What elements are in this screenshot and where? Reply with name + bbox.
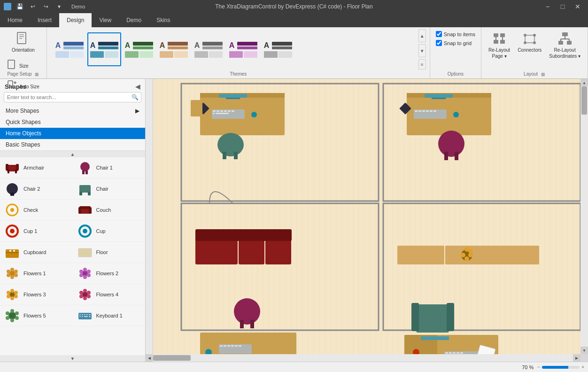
- svg-point-37: [7, 183, 18, 194]
- svg-rect-131: [195, 239, 238, 264]
- snap-to-grid-check[interactable]: Snap to grid: [436, 40, 475, 46]
- tab-home[interactable]: Home: [0, 13, 30, 27]
- shape-armchair[interactable]: Armchair: [0, 157, 73, 178]
- svg-rect-164: [220, 345, 223, 347]
- window-title: The XtraDiagramControl by DevExpress (C#…: [215, 3, 372, 10]
- armchair-icon: [5, 160, 20, 175]
- scroll-down-arrow[interactable]: ▼: [580, 347, 588, 354]
- svg-rect-2: [19, 36, 24, 37]
- theme-item-7[interactable]: A: [261, 32, 295, 66]
- shape-flowers3[interactable]: Flowers 3: [0, 284, 73, 305]
- canvas-scrollbar-horizontal[interactable]: ◀ ▶: [146, 354, 580, 362]
- svg-rect-1: [19, 34, 24, 35]
- shape-flowers2[interactable]: Flowers 2: [73, 263, 146, 284]
- shape-cup[interactable]: Cup: [73, 221, 146, 242]
- svg-point-15: [533, 34, 536, 37]
- maximize-btn[interactable]: □: [556, 2, 569, 11]
- svg-rect-9: [500, 33, 505, 37]
- minimize-btn[interactable]: −: [541, 2, 554, 11]
- nav-item-quick-shapes[interactable]: Quick Shapes: [0, 116, 145, 128]
- shapes-scroll-down-btn[interactable]: ▼: [0, 355, 145, 362]
- search-input[interactable]: [4, 92, 141, 102]
- floor-plan[interactable]: [153, 79, 580, 354]
- scroll-up-arrow[interactable]: ▲: [580, 79, 588, 86]
- svg-point-64: [14, 273, 18, 277]
- flowers1-icon: [5, 266, 20, 281]
- tab-skins[interactable]: Skins: [149, 13, 178, 27]
- canvas-scrollbar-vertical[interactable]: ▲ ▼: [580, 79, 588, 354]
- flowers3-icon: [5, 287, 20, 302]
- shape-cup1[interactable]: Cup 1: [0, 221, 73, 242]
- re-layout-subordinates-btn[interactable]: Re-Layout Subordinates ▾: [546, 29, 584, 61]
- theme-item-5[interactable]: A: [192, 32, 225, 66]
- tab-view[interactable]: View: [92, 13, 119, 27]
- redo-btn[interactable]: ↪: [41, 2, 51, 11]
- svg-point-159: [234, 298, 260, 325]
- themes-scroll-more[interactable]: ≡: [418, 59, 426, 70]
- theme-item-4[interactable]: A: [157, 32, 191, 66]
- svg-point-84: [87, 291, 91, 294]
- cup-icon: [77, 224, 93, 239]
- svg-rect-8: [494, 33, 498, 37]
- svg-rect-166: [227, 345, 230, 347]
- scroll-track-horizontal[interactable]: [153, 354, 573, 362]
- zoom-slider[interactable]: [542, 366, 580, 369]
- zoom-in-btn[interactable]: +: [581, 364, 584, 370]
- shape-flowers4[interactable]: Flowers 4: [73, 284, 146, 305]
- zoom-out-btn[interactable]: −: [537, 364, 540, 370]
- svg-point-126: [217, 133, 244, 156]
- shape-cupboard[interactable]: Cupboard: [0, 242, 73, 263]
- panel-collapse-btn[interactable]: ◀: [135, 83, 140, 90]
- svg-point-52: [83, 229, 87, 233]
- qa-dropdown-btn[interactable]: ▾: [54, 2, 64, 11]
- svg-rect-99: [84, 314, 85, 315]
- snap-to-items-input[interactable]: [436, 31, 442, 37]
- page-setup-group-title: Page Setup ▦: [0, 71, 46, 77]
- canvas-area[interactable]: ▲ ▼ ◀ ▶: [146, 79, 588, 362]
- svg-rect-11: [500, 40, 505, 44]
- theme-item-3[interactable]: A: [122, 32, 156, 66]
- svg-rect-142: [422, 110, 425, 112]
- snap-to-grid-input[interactable]: [436, 40, 442, 46]
- shape-flowers5[interactable]: Flowers 5: [0, 305, 73, 326]
- scroll-right-arrow[interactable]: ▶: [573, 354, 580, 362]
- save-btn[interactable]: 💾: [15, 2, 24, 11]
- svg-rect-198: [460, 352, 463, 354]
- nav-item-basic-shapes[interactable]: Basic Shapes: [0, 139, 145, 150]
- shape-chair1[interactable]: Chair 1: [73, 157, 146, 178]
- tab-design[interactable]: Design: [59, 13, 92, 27]
- shape-floor[interactable]: Floor: [73, 242, 146, 263]
- shape-chair[interactable]: Chair: [73, 178, 146, 200]
- svg-rect-121: [228, 110, 231, 112]
- shape-chair2[interactable]: Chair 2: [0, 178, 73, 200]
- orientation-btn[interactable]: Orientation: [4, 29, 43, 55]
- tab-insert[interactable]: Insert: [30, 13, 59, 27]
- nav-item-home-objects[interactable]: Home Objects: [0, 128, 145, 139]
- shapes-scroll-up-btn[interactable]: ▲: [0, 151, 145, 157]
- themes-scroll-down[interactable]: ▼: [418, 44, 426, 57]
- shape-keyboard1[interactable]: Keyboard 1: [73, 305, 146, 326]
- theme-item-6[interactable]: A: [226, 32, 260, 66]
- close-btn[interactable]: ✕: [571, 2, 584, 11]
- flowers5-icon: [5, 308, 20, 323]
- snap-to-items-check[interactable]: Snap to items: [436, 31, 475, 37]
- themes-scroll-up[interactable]: ▲: [418, 29, 426, 42]
- scroll-thumb-horizontal[interactable]: [153, 355, 191, 361]
- theme-item-1[interactable]: A: [53, 32, 86, 66]
- undo-btn[interactable]: ↩: [28, 2, 38, 11]
- theme-item-2[interactable]: A: [87, 32, 121, 66]
- shape-couch[interactable]: Couch: [73, 200, 146, 221]
- connectors-btn[interactable]: Connectors: [514, 29, 545, 61]
- svg-point-93: [10, 318, 14, 322]
- shape-check[interactable]: Check: [0, 200, 73, 221]
- shape-flowers1[interactable]: Flowers 1: [0, 263, 73, 284]
- window-controls: − □ ✕: [541, 2, 584, 11]
- svg-point-71: [87, 273, 91, 277]
- scroll-thumb-vertical[interactable]: [581, 86, 587, 115]
- scroll-track-vertical[interactable]: [580, 86, 588, 347]
- scroll-left-arrow[interactable]: ◀: [146, 354, 153, 362]
- re-layout-page-btn[interactable]: Re-Layout Page ▾: [485, 29, 513, 61]
- svg-rect-145: [433, 110, 436, 112]
- tab-demo[interactable]: Demo: [119, 13, 149, 27]
- svg-rect-100: [86, 314, 88, 315]
